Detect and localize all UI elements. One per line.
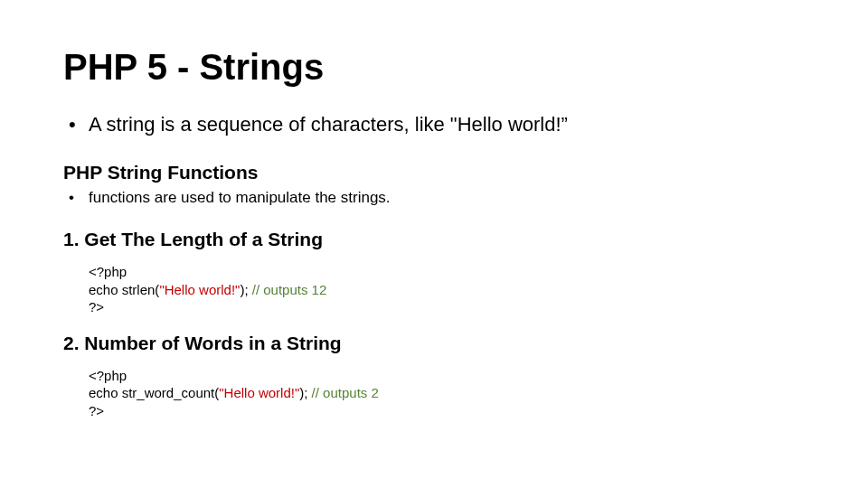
code-token: <?php (89, 368, 127, 383)
code-token: ); (299, 385, 311, 400)
functions-bullet: functions are used to manipulate the str… (63, 189, 805, 207)
functions-heading: PHP String Functions (63, 162, 805, 183)
intro-bullet: A string is a sequence of characters, li… (63, 113, 805, 136)
page-title: PHP 5 - Strings (63, 47, 805, 88)
code-comment: // outputs 2 (312, 385, 379, 400)
example1-code: <?php echo strlen("Hello world!"); // ou… (89, 263, 805, 316)
code-token: <?php (89, 264, 127, 279)
code-token: ?> (89, 299, 104, 314)
code-string: "Hello world!" (159, 282, 240, 297)
slide: PHP 5 - Strings A string is a sequence o… (0, 0, 868, 488)
code-comment: // outputs 12 (252, 282, 327, 297)
example1-heading: 1. Get The Length of a String (63, 229, 805, 250)
code-token: ); (240, 282, 251, 297)
code-token: echo strlen( (89, 282, 159, 297)
example2-heading: 2. Number of Words in a String (63, 333, 805, 354)
code-token: echo str_word_count( (89, 385, 219, 400)
example2-code: <?php echo str_word_count("Hello world!"… (89, 367, 805, 420)
code-token: ?> (89, 403, 104, 418)
code-string: "Hello world!" (219, 385, 299, 400)
